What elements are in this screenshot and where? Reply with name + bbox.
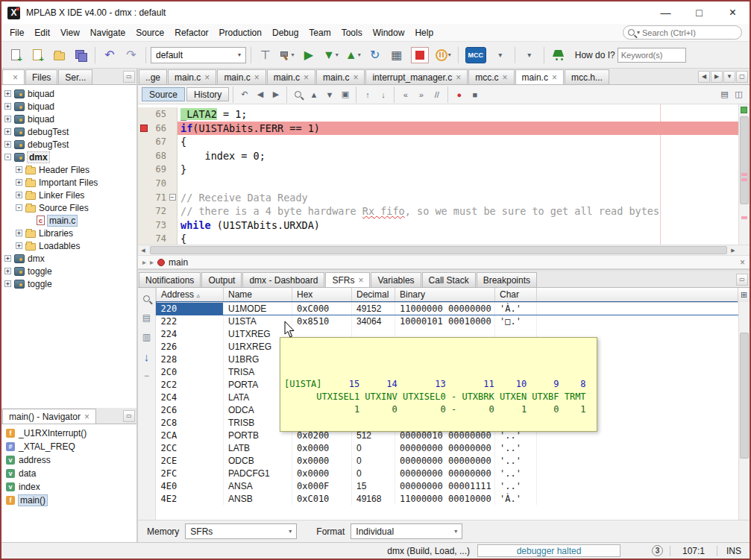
cell-address[interactable]: 2C0 — [157, 365, 224, 378]
editor-tab[interactable]: mcc.c × — [468, 69, 514, 84]
expander-icon[interactable]: + — [4, 128, 11, 135]
editor-tab[interactable]: ..ge × — [139, 69, 167, 84]
sfr-vertical-scrollbar[interactable] — [738, 302, 750, 520]
menu-item[interactable]: File — [4, 25, 29, 41]
fold-gutter[interactable]: − — [168, 204, 177, 218]
close-icon[interactable]: × — [204, 73, 210, 82]
tree-item[interactable]: + biquad — [1, 100, 136, 113]
debug-read-button[interactable]: ▦ — [387, 45, 406, 65]
expander-icon[interactable]: - — [16, 204, 22, 211]
breakpoint-gutter[interactable] — [138, 107, 149, 122]
panel-tab[interactable]: Ser... × — [58, 69, 92, 84]
cell-name[interactable]: ODCB — [224, 454, 292, 467]
bottom-panel-tab[interactable]: SFRs × — [325, 272, 370, 288]
tree-item[interactable]: main.c — [1, 214, 136, 227]
clean-build-button[interactable]: ▾ — [277, 45, 297, 65]
expander-icon[interactable]: + — [16, 192, 22, 198]
fold-gutter[interactable]: − — [168, 107, 177, 122]
shift-right-icon[interactable]: » — [414, 87, 428, 101]
column-header-address[interactable]: Address ▵ — [157, 288, 224, 302]
expander-icon[interactable]: + — [4, 141, 11, 148]
code-line[interactable]: // there is a 4 byte hardware Rx fifo, s… — [177, 204, 750, 218]
maximize-editor-icon[interactable]: ▢ — [736, 71, 748, 83]
menu-item[interactable]: Refactor — [169, 25, 213, 41]
cell-binary[interactable]: 11000000 00000000 — [395, 302, 495, 315]
goto-address-icon[interactable]: ↓ — [141, 350, 153, 362]
cell-binary[interactable]: 11000000 00010000 — [395, 492, 495, 505]
panel-tab[interactable]: Files × — [25, 69, 57, 84]
cell-address[interactable]: 224 — [157, 327, 224, 340]
cell-address[interactable]: 2CA — [157, 429, 224, 441]
cell-char[interactable]: 'À.' — [495, 302, 537, 315]
next-occurrence-icon[interactable]: ▼ — [322, 87, 336, 101]
code-line-row[interactable]: 72 − // there is a 4 byte hardware Rx fi… — [138, 204, 750, 218]
tree-item[interactable]: + dmx — [1, 252, 136, 265]
cell-address[interactable]: 226 — [157, 340, 224, 353]
cell-address[interactable]: 2FC — [157, 467, 224, 479]
cell-name[interactable]: U1MODE — [224, 302, 292, 315]
code-line-row[interactable]: 70 − — [138, 177, 750, 191]
minimize-panel-icon[interactable]: ▭ — [123, 71, 135, 83]
tree-item[interactable]: + toggle — [1, 265, 136, 277]
program-device-button[interactable]: ▼▾ — [321, 45, 341, 65]
cell-name[interactable]: U1STA — [224, 315, 292, 327]
code-line[interactable]: _LATA2 = 1; — [177, 107, 750, 122]
cell-char[interactable]: '□.' — [495, 315, 537, 327]
scrollbar-thumb[interactable] — [740, 116, 749, 204]
code-line-row[interactable]: 68 − index = 0; — [138, 149, 750, 163]
tree-item[interactable]: + debugTest — [1, 138, 136, 151]
mcc-button[interactable]: MCC — [463, 45, 488, 65]
expander-icon[interactable]: + — [4, 116, 11, 122]
cell-char[interactable]: '..' — [495, 479, 537, 492]
close-icon[interactable]: × — [353, 73, 358, 82]
search-input[interactable] — [642, 28, 737, 37]
page-setup-icon[interactable]: ▥ — [141, 331, 153, 343]
close-icon[interactable]: × — [740, 257, 745, 268]
new-file-button[interactable] — [6, 45, 25, 65]
format-select[interactable]: Individual ▾ — [351, 523, 462, 539]
cell-name[interactable]: ANSA — [224, 479, 292, 492]
cell-address[interactable]: 2CE — [157, 454, 224, 467]
column-settings-icon[interactable]: ⊞ — [738, 288, 750, 302]
close-icon[interactable]: × — [358, 276, 363, 285]
breakpoint-gutter[interactable] — [138, 218, 149, 233]
open-project-button[interactable] — [49, 45, 69, 65]
scrollbar-thumb[interactable] — [150, 246, 727, 254]
cell-address[interactable]: 2C4 — [157, 391, 224, 403]
cell-hex[interactable]: 0x000F — [292, 479, 352, 492]
table-row[interactable]: 222 U1STA 0x8510 34064 10000101 00010000… — [157, 315, 750, 327]
bottom-panel-tab[interactable]: Notifications × — [139, 272, 201, 287]
cell-decimal[interactable]: 49168 — [352, 492, 395, 505]
code-line-row[interactable]: 65 − _LATA2 = 1; — [138, 107, 750, 122]
cell-decimal[interactable]: 0 — [352, 441, 395, 454]
navigator-item[interactable]: address — [1, 453, 136, 467]
cell-binary[interactable]: 00000000 00000000 — [395, 454, 495, 467]
insert-mode-indicator[interactable]: INS — [724, 546, 744, 556]
expander-icon[interactable]: + — [16, 179, 22, 186]
panel-tab[interactable]: × — [2, 69, 25, 85]
editor-tab[interactable]: main.c × — [515, 69, 564, 84]
tree-item[interactable]: - Source Files — [1, 201, 136, 214]
close-icon[interactable]: × — [552, 73, 557, 82]
editor-tab[interactable]: main.c × — [168, 69, 216, 84]
back-icon[interactable]: ◀ — [253, 87, 267, 101]
code-line[interactable]: } — [177, 163, 750, 177]
save-all-button[interactable] — [71, 45, 90, 65]
tab-list-icon[interactable]: ▼ — [723, 71, 735, 83]
menu-item[interactable]: Help — [409, 25, 439, 41]
cell-address[interactable]: 4E2 — [157, 492, 224, 505]
expander-icon[interactable]: + — [4, 268, 11, 274]
search-dropdown-icon[interactable]: ▾ — [637, 29, 640, 36]
pin-icon[interactable]: ▤ — [141, 312, 153, 324]
next-bookmark-icon[interactable]: ↓ — [376, 87, 390, 101]
navigator-tab[interactable]: main() - Navigator × — [2, 409, 96, 424]
record-macro-icon[interactable]: ● — [452, 87, 466, 101]
code-editor[interactable]: 65 − _LATA2 = 1; 66 − if(U1STAbits.FERR … — [138, 104, 750, 245]
cell-address[interactable]: 2CC — [157, 441, 224, 454]
stop-macro-icon[interactable]: ■ — [468, 87, 482, 101]
history-view-button[interactable]: History — [186, 87, 229, 101]
navigator-item[interactable]: data — [1, 467, 136, 480]
keyword-input[interactable] — [618, 48, 686, 63]
navigator-item[interactable]: _XTAL_FREQ — [1, 440, 136, 453]
editor-tab[interactable]: main.c × — [267, 69, 315, 84]
